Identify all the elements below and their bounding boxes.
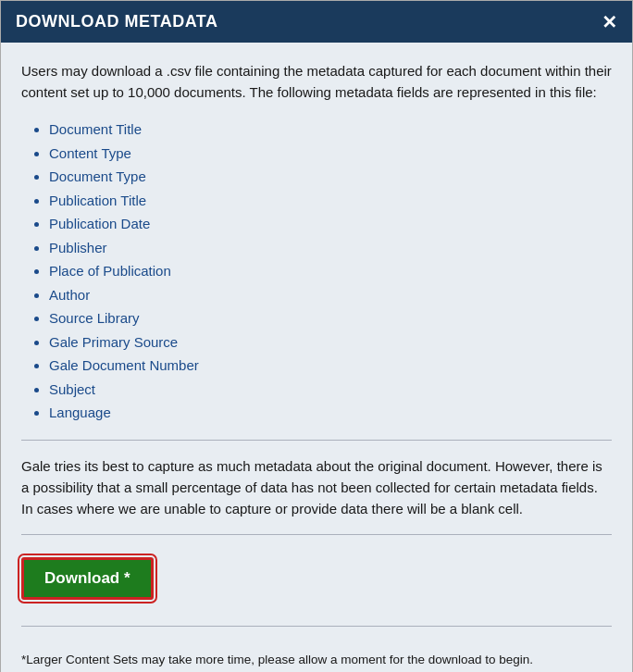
divider-3	[21, 626, 612, 627]
field-item: Document Title	[49, 118, 612, 142]
field-item: Place of Publication	[49, 259, 612, 283]
field-item: Author	[49, 283, 612, 307]
download-button[interactable]: Download *	[21, 557, 154, 600]
note-text: Gale tries its best to capture as much m…	[21, 455, 612, 520]
download-section: Download *	[21, 550, 612, 611]
modal-body: Users may download a .csv file containin…	[1, 43, 632, 672]
intro-text: Users may download a .csv file containin…	[21, 61, 612, 103]
field-item: Publication Date	[49, 212, 612, 236]
modal-header: DOWNLOAD METADATA ✕	[1, 1, 632, 43]
field-item: Document Type	[49, 165, 612, 189]
field-item: Language	[49, 401, 612, 425]
field-item: Subject	[49, 378, 612, 402]
divider-2	[21, 534, 612, 535]
close-button[interactable]: ✕	[602, 13, 617, 31]
footer-note: *Larger Content Sets may take more time,…	[21, 641, 612, 672]
field-item: Publisher	[49, 236, 612, 260]
divider-1	[21, 440, 612, 441]
fields-list: Document TitleContent TypeDocument TypeP…	[49, 118, 612, 425]
field-item: Content Type	[49, 142, 612, 166]
download-metadata-modal: DOWNLOAD METADATA ✕ Users may download a…	[0, 0, 633, 672]
field-item: Gale Document Number	[49, 354, 612, 378]
field-item: Source Library	[49, 306, 612, 330]
field-item: Gale Primary Source	[49, 330, 612, 355]
field-item: Publication Title	[49, 189, 612, 213]
modal-title: DOWNLOAD METADATA	[16, 12, 217, 31]
